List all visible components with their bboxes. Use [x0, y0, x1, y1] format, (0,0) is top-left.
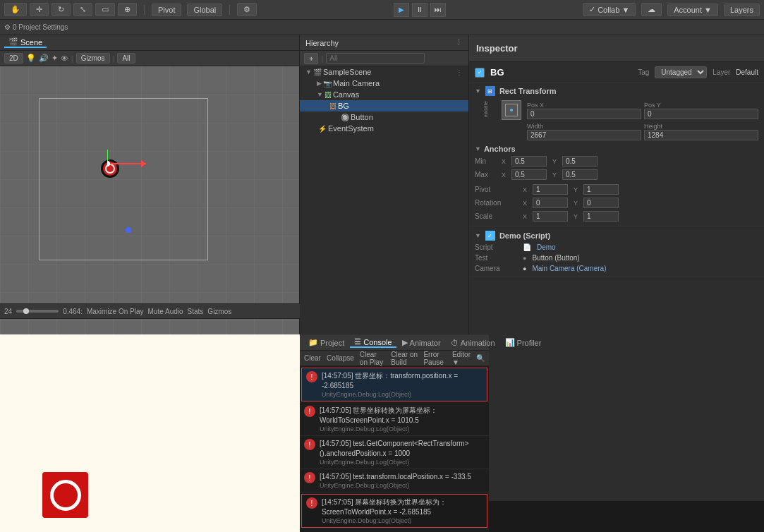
rect-size-row: Width Height [469, 121, 764, 142]
tab-project[interactable]: 📁 Project [304, 338, 348, 347]
blue-handle[interactable] [126, 227, 131, 233]
posx-field[interactable] [527, 109, 641, 119]
layers-btn[interactable]: Layers [724, 4, 760, 16]
scale-slider[interactable] [16, 310, 59, 313]
anchor-max-y[interactable] [562, 169, 598, 180]
account-btn[interactable]: Account ▼ [667, 4, 718, 16]
combined-tool-btn[interactable]: ⊕ [118, 3, 137, 16]
scale-tool-btn[interactable]: ⤡ [73, 3, 92, 16]
test-radio: ● [523, 255, 526, 262]
pivot-y[interactable] [583, 184, 619, 195]
project-settings-label[interactable]: ⚙ 0 Project Settings [4, 23, 68, 31]
all-btn[interactable]: All [117, 53, 135, 64]
pivot-x[interactable] [533, 184, 568, 195]
msg1-sub: UnityEngine.Debug:Log(Object) [322, 391, 483, 398]
move-tool-btn[interactable]: ✛ [30, 3, 49, 16]
console-msg-2[interactable]: ! [14:57:05] 世界坐标转换为屏幕坐标：WorldToScreenPo… [300, 403, 489, 436]
hierarchy-menu-btn[interactable]: ⋮ [455, 38, 463, 47]
msg2-content: [14:57:05] 世界坐标转换为屏幕坐标：WorldToScreenPoin… [320, 406, 485, 433]
stats-btn[interactable]: Stats [188, 308, 204, 315]
hierarchy-item-samplescene[interactable]: ▼ 🎬 SampleScene ⋮ [300, 66, 468, 78]
camera-arrow: ▶ [317, 80, 322, 87]
rect-tool-btn[interactable]: ▭ [95, 3, 115, 16]
scale-y[interactable] [583, 211, 619, 222]
tab-animator[interactable]: ▶ Animator [398, 338, 445, 347]
script-label: Script [475, 243, 517, 251]
maximize-on-play-btn[interactable]: Maximize On Play [87, 308, 144, 315]
console-toolbar: Clear Collapse Clear on Play Clear on Bu… [300, 351, 489, 366]
samplescene-menu[interactable]: ⋮ [456, 68, 463, 76]
hand-tool-btn[interactable]: ✋ [4, 3, 27, 16]
rect-transform-header[interactable]: ▼ ⊞ Rect Transform [469, 83, 764, 99]
pivot-btn[interactable]: Pivot [152, 4, 181, 16]
anchor-preset-widget[interactable] [502, 100, 521, 120]
scene-tab[interactable]: 🎬 Scene [4, 37, 47, 48]
console-msg-4[interactable]: ! [14:57:05] test.transform.localPositio… [300, 469, 489, 492]
sound-icon[interactable]: 🔊 [39, 54, 49, 63]
object-active-checkbox[interactable]: ✓ [475, 68, 485, 78]
scale-row: Scale X Y [469, 210, 764, 226]
hierarchy-item-canvas[interactable]: ▼ 🖼 Canvas [300, 89, 468, 100]
tab-animation[interactable]: ⏱ Animation [447, 339, 499, 347]
anchor-max-label: Max [475, 171, 496, 179]
cloud-btn[interactable]: ☁ [641, 3, 662, 16]
rotate-tool-btn[interactable]: ↻ [51, 3, 71, 16]
game-object-ring [50, 480, 81, 511]
samplescene-label: SampleScene [323, 68, 372, 76]
script-value[interactable]: Demo [537, 243, 556, 251]
canvas-icon: 🖼 [325, 91, 332, 99]
anchor-widget: middle [475, 101, 496, 119]
width-field[interactable] [527, 130, 641, 140]
gizmos-game-btn[interactable]: Gizmos [207, 308, 231, 315]
anchor-min-y[interactable] [562, 156, 598, 167]
posy-field[interactable] [644, 109, 758, 119]
tab-profiler[interactable]: 📊 Profiler [501, 338, 546, 347]
anchor-max-y-label: Y [552, 171, 557, 179]
clear-on-play-btn[interactable]: Clear on Play [360, 351, 385, 366]
global-btn[interactable]: Global [187, 4, 222, 16]
collapse-btn[interactable]: Collapse [327, 354, 354, 362]
extra-tool-btn[interactable]: ⚙ [237, 3, 257, 16]
lights-icon[interactable]: 💡 [26, 54, 36, 63]
transform-tools-group: ✋ ✛ ↻ ⤡ ▭ ⊕ [4, 3, 137, 16]
hierarchy-search[interactable] [326, 53, 425, 64]
tab-console[interactable]: ☰ Console [350, 337, 396, 348]
height-field[interactable] [644, 130, 758, 140]
game-bg-object [42, 472, 88, 518]
width-label: Width [527, 123, 641, 130]
error-pause-btn[interactable]: Error Pause [423, 351, 446, 366]
pos-fields: Pos X Pos Y [527, 102, 758, 119]
rotation-x[interactable] [533, 198, 568, 208]
demo-script-header[interactable]: ▼ ✓ Demo (Script) [475, 229, 758, 242]
gizmos-btn[interactable]: Gizmos [76, 53, 110, 64]
console-msg-1[interactable]: ! [14:57:05] 世界坐标：transform.position.x =… [301, 368, 487, 401]
hierarchy-item-eventsystem[interactable]: ⚡ EventSystem [300, 123, 468, 134]
anchors-header[interactable]: ▼ Anchors [475, 143, 758, 155]
console-msg-3[interactable]: ! [14:57:05] test.GetComponent<RectTrans… [300, 436, 489, 469]
play-btn[interactable]: ▶ [394, 3, 409, 17]
step-btn[interactable]: ⏭ [430, 3, 446, 17]
hierarchy-item-maincamera[interactable]: ▶ 📷 Main Camera [300, 78, 468, 89]
console-search-btn[interactable]: 🔍 [476, 354, 485, 362]
clear-on-build-btn[interactable]: Clear on Build [391, 351, 418, 366]
console-msg-5[interactable]: ! [14:57:05] 屏幕坐标转换为世界坐标为：ScreenToWorldP… [301, 494, 487, 528]
hidden-icon[interactable]: 👁 [61, 54, 68, 63]
collab-btn[interactable]: ✓ Collab ▼ [583, 3, 636, 16]
fx-icon[interactable]: ✦ [51, 54, 58, 63]
demo-script-section: ▼ ✓ Demo (Script) Script 📄 Demo Test ● B… [469, 226, 764, 277]
create-btn[interactable]: + [304, 53, 318, 64]
camera-value[interactable]: Main Camera (Camera) [532, 265, 606, 272]
scale-x[interactable] [533, 211, 568, 222]
rotation-y[interactable] [583, 198, 619, 208]
hierarchy-item-button[interactable]: 🔘 Button [300, 111, 468, 123]
editor-dropdown-btn[interactable]: Editor ▼ [452, 351, 471, 366]
mute-audio-btn[interactable]: Mute Audio [148, 308, 183, 315]
tag-select[interactable]: Untagged [655, 66, 707, 78]
pause-btn[interactable]: ⏸ [412, 3, 428, 17]
2d-btn[interactable]: 2D [4, 53, 23, 64]
clear-btn[interactable]: Clear [304, 354, 321, 362]
anchor-max-x[interactable] [511, 169, 547, 180]
anchor-min-x[interactable] [511, 156, 547, 167]
scale-thumb [23, 308, 29, 314]
hierarchy-item-bg[interactable]: 🖼 BG [300, 100, 468, 111]
